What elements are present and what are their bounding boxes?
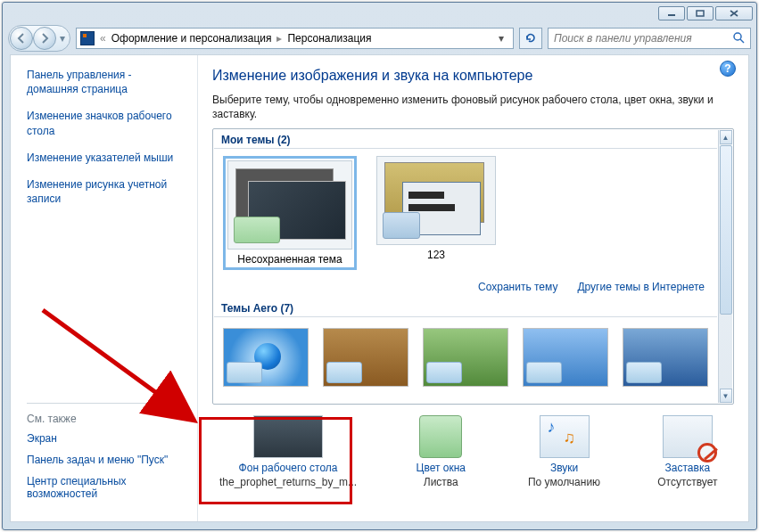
setting-desktop-background[interactable]: Фон рабочего стола the_prophet_returns_b… [219, 415, 357, 488]
search-input[interactable]: Поиск в панели управления [548, 28, 751, 49]
address-dropdown-icon[interactable]: ▾ [493, 32, 509, 45]
search-placeholder: Поиск в панели управления [554, 32, 692, 45]
page-title: Изменение изображения и звука на компьют… [212, 68, 734, 84]
section-aero-themes: Темы Aero (7) [214, 299, 717, 317]
see-also-ease-of-access[interactable]: Центр специальных возможностей [27, 475, 185, 500]
nav-dropdown-button[interactable]: ▾ [56, 32, 69, 45]
search-icon [732, 31, 745, 46]
refresh-button[interactable] [519, 28, 542, 49]
none-icon [697, 443, 717, 462]
save-theme-link[interactable]: Сохранить тему [478, 281, 557, 293]
scroll-thumb[interactable] [720, 145, 732, 315]
address-bar[interactable]: « Оформление и персонализация ▸ Персонал… [76, 28, 514, 49]
setting-sounds[interactable]: Звуки По умолчанию [524, 415, 603, 488]
theme-aero-architecture[interactable] [323, 328, 408, 387]
screensaver-link[interactable]: Заставка [665, 462, 711, 474]
breadcrumb-chevron-icon: « [98, 32, 108, 45]
section-my-themes: Мои темы (2) [214, 130, 717, 149]
theme-label: Несохраненная тема [237, 253, 342, 266]
theme-aero-characters[interactable] [423, 328, 508, 387]
close-button[interactable] [715, 6, 753, 20]
breadcrumb-personalization[interactable]: Персонализация [284, 32, 375, 45]
sounds-link[interactable]: Звуки [550, 462, 578, 474]
window-color-link[interactable]: Цвет окна [417, 462, 466, 474]
control-panel-home-link[interactable]: Панель управления - домашняя страница [27, 68, 185, 96]
desktop-background-thumb [253, 415, 323, 458]
svg-point-2 [734, 33, 741, 40]
themes-list: Мои темы (2) Несохраненная тема [212, 128, 734, 405]
control-panel-icon [80, 31, 95, 45]
svg-rect-1 [697, 11, 704, 16]
theme-aero-landscapes[interactable] [523, 328, 608, 387]
see-also-display[interactable]: Экран [27, 432, 185, 445]
minimize-button[interactable] [658, 6, 685, 20]
window-color-value: Листва [424, 476, 458, 488]
sidebar-link-mouse-pointers[interactable]: Изменение указателей мыши [27, 151, 185, 165]
scroll-down-button[interactable]: ▼ [720, 389, 732, 403]
theme-aero-windows7[interactable] [223, 328, 309, 387]
theme-label: 123 [427, 249, 445, 261]
page-description: Выберите тему, чтобы одновременно измени… [212, 93, 734, 121]
sounds-thumb [540, 415, 590, 458]
forward-button[interactable] [33, 27, 56, 50]
screensaver-value: Отсутствует [657, 476, 717, 488]
desktop-background-value: the_prophet_returns_by_m... [219, 476, 357, 488]
breadcrumb-chevron-icon: ▸ [275, 32, 284, 45]
sounds-value: По умолчанию [528, 476, 600, 488]
see-also-header: См. также [27, 413, 185, 425]
maximize-button[interactable] [687, 6, 714, 20]
window-color-thumb [419, 415, 462, 458]
theme-123[interactable]: 123 [375, 156, 498, 270]
see-also-taskbar[interactable]: Панель задач и меню "Пуск" [27, 454, 185, 466]
breadcrumb-appearance[interactable]: Оформление и персонализация [108, 32, 276, 45]
setting-screensaver[interactable]: Заставка Отсутствует [648, 415, 727, 488]
svg-rect-0 [668, 14, 675, 16]
sidebar-link-desktop-icons[interactable]: Изменение значков рабочего стола [27, 109, 185, 137]
setting-window-color[interactable]: Цвет окна Листва [401, 415, 480, 488]
scroll-up-button[interactable]: ▲ [720, 130, 732, 144]
more-themes-online-link[interactable]: Другие темы в Интернете [577, 281, 705, 293]
theme-aero-nature[interactable] [623, 328, 708, 387]
theme-unsaved[interactable]: Несохраненная тема [223, 156, 357, 270]
scrollbar[interactable]: ▲ ▼ [718, 130, 732, 403]
sidebar-link-account-picture[interactable]: Изменение рисунка учетной записи [27, 177, 185, 206]
back-button[interactable] [10, 27, 33, 50]
help-button[interactable]: ? [720, 61, 736, 77]
desktop-background-link[interactable]: Фон рабочего стола [239, 462, 338, 474]
screensaver-thumb [663, 415, 713, 458]
